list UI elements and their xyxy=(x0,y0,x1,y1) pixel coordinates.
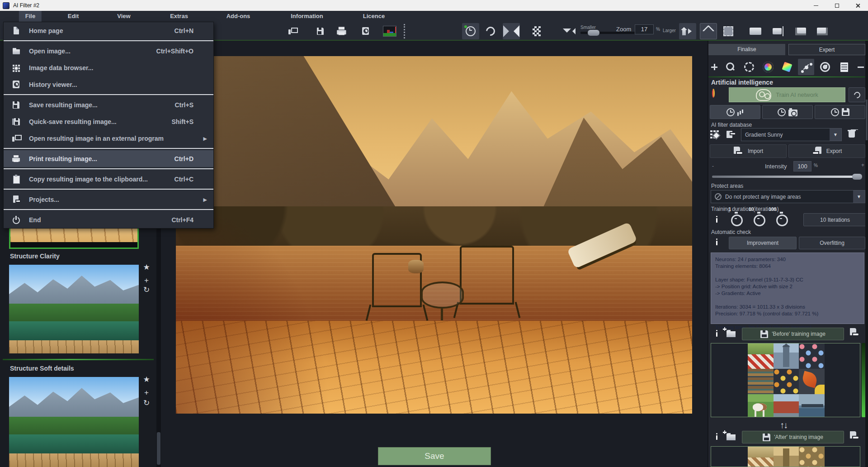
category-search-button[interactable] xyxy=(722,59,738,75)
before-collage-box[interactable] xyxy=(711,343,860,417)
category-aperture-button[interactable] xyxy=(817,59,833,75)
right-panel-scrollbar-handle[interactable] xyxy=(866,100,868,140)
db-select[interactable]: Gradient Sunny ▼ xyxy=(741,128,842,141)
menu-item-save-resulting-image[interactable]: Save resulting image... Ctrl+S xyxy=(4,96,213,113)
menu-view[interactable]: View xyxy=(111,11,137,22)
histogram-icon xyxy=(383,26,396,37)
minimize-button[interactable] xyxy=(806,0,826,11)
right-panel-scrollbar[interactable] xyxy=(865,41,868,467)
menu-addons[interactable]: Add-ons xyxy=(220,11,257,22)
tab-finalise[interactable]: Finalise xyxy=(708,44,785,55)
favorite-star-icon[interactable]: ★ xyxy=(142,375,151,384)
sidebar-scrollbar-handle[interactable] xyxy=(157,432,160,465)
menu-item-open-image[interactable]: Open image... Ctrl+Shift+O xyxy=(4,43,213,59)
edited-photo[interactable] xyxy=(176,56,692,414)
iterations-button[interactable]: 10 Iterations xyxy=(803,213,867,226)
train-ai-network-button[interactable]: Train AI network xyxy=(729,87,845,102)
menu-licence[interactable]: Licence xyxy=(357,11,391,22)
menu-item-open-external[interactable]: Open resulting image in an external prog… xyxy=(4,130,213,147)
redo-button[interactable] xyxy=(482,23,499,39)
checker-button[interactable] xyxy=(528,23,545,39)
overfitting-button[interactable]: Overfitting xyxy=(799,237,865,249)
intensity-input[interactable]: 100 xyxy=(793,161,811,172)
maximize-button[interactable] xyxy=(826,0,847,11)
history-snapshot-toggle[interactable] xyxy=(762,105,813,119)
canvas-width-button[interactable] xyxy=(747,23,764,39)
menu-item-home-page[interactable]: Home page Ctrl+N xyxy=(4,22,213,39)
menu-item-print[interactable]: Print resulting image... Ctrl+D xyxy=(4,150,213,167)
fit-view-icon-2 xyxy=(569,28,576,34)
after-collage-box[interactable] xyxy=(711,446,860,467)
sync-preset-icon[interactable]: ↻ xyxy=(142,285,151,295)
after-training-image-button[interactable]: 'After' training image xyxy=(742,431,844,443)
before-training-image-button[interactable]: 'Before' training image xyxy=(742,328,844,340)
category-colorwheel-button[interactable] xyxy=(760,59,776,75)
thumb-trees xyxy=(9,304,139,323)
history-chart-toggle[interactable] xyxy=(710,105,760,119)
rotate-left-button[interactable] xyxy=(792,23,809,39)
zoom-slider-handle[interactable] xyxy=(588,30,599,36)
intensity-plus[interactable]: + xyxy=(861,162,864,168)
save-button[interactable]: Save xyxy=(378,447,491,465)
tab-expert[interactable]: Expert xyxy=(788,44,865,55)
protect-select-caret[interactable]: ▼ xyxy=(853,191,865,203)
menu-information[interactable]: Information xyxy=(284,11,330,22)
history-rotate-button[interactable] xyxy=(462,23,479,39)
external-program-button[interactable] xyxy=(284,23,301,39)
sync-preset-icon[interactable]: ↻ xyxy=(142,398,151,408)
menu-item-quick-save[interactable]: Quick-save resulting image... Shift+S xyxy=(4,113,213,130)
panorama-view-button[interactable] xyxy=(333,23,350,39)
canvas-height-button[interactable] xyxy=(769,23,787,39)
projector-button[interactable] xyxy=(357,23,374,39)
add-category-button[interactable] xyxy=(708,59,720,75)
menu-item-image-data-browser[interactable]: Image data browser... xyxy=(4,59,213,76)
fit-view-button[interactable] xyxy=(561,23,578,39)
favorite-star-icon[interactable]: ★ xyxy=(142,262,151,272)
enlarge-button[interactable] xyxy=(679,23,696,39)
menu-edit[interactable]: Edit xyxy=(61,11,85,22)
rotate-crop-button[interactable] xyxy=(700,23,717,39)
export-button[interactable]: Export xyxy=(788,144,865,158)
menu-item-end[interactable]: End Ctrl+F4 xyxy=(4,211,213,228)
floppy-icon xyxy=(12,100,21,110)
category-ai-button[interactable] xyxy=(798,59,814,75)
menu-file[interactable]: File xyxy=(19,11,42,22)
preset-thumbnail-2[interactable] xyxy=(9,377,139,467)
histogram-button[interactable] xyxy=(381,23,398,39)
protect-label: Protect areas xyxy=(711,183,743,189)
intensity-minus[interactable]: - xyxy=(712,163,714,169)
add-preset-icon[interactable]: + xyxy=(142,276,151,285)
collage-tile-wood xyxy=(748,369,774,394)
category-colorcube-button[interactable] xyxy=(779,59,795,75)
preset-group-label-1: Structure Clarity xyxy=(10,253,60,260)
category-report-button[interactable] xyxy=(836,59,852,75)
improvement-button[interactable]: Improvement xyxy=(729,237,797,249)
preset-thumbnail-1[interactable] xyxy=(9,265,139,353)
collage-tile-leaf xyxy=(799,369,825,394)
rotate-right-button[interactable] xyxy=(814,23,831,39)
rotate-right-icon xyxy=(817,28,828,35)
thumb-water xyxy=(9,434,139,455)
menu-item-copy-clipboard[interactable]: Copy resulting image to the clipboard...… xyxy=(4,171,213,187)
floppy-small-icon xyxy=(760,330,768,338)
close-button[interactable] xyxy=(847,0,868,11)
train-options-button[interactable] xyxy=(849,87,865,102)
db-select-caret[interactable]: ▼ xyxy=(830,129,841,141)
menu-item-projects[interactable]: Projects... ▶ xyxy=(4,191,213,208)
category-settings-button[interactable] xyxy=(741,59,757,75)
collage-tile-building xyxy=(774,394,799,417)
swap-before-after-icon[interactable]: ↑↓ xyxy=(780,420,787,430)
protect-select[interactable]: Do not protect any image areas ▼ xyxy=(711,190,865,203)
add-preset-icon[interactable]: + xyxy=(142,388,151,397)
export-image-button[interactable] xyxy=(312,23,329,39)
zoom-value-input[interactable]: 17 xyxy=(635,24,654,34)
import-button[interactable]: Import xyxy=(710,144,787,158)
intensity-slider-handle[interactable] xyxy=(852,174,862,180)
flip-horizontal-button[interactable] xyxy=(503,23,520,39)
selection-button[interactable] xyxy=(720,23,737,39)
close-icon xyxy=(855,3,860,8)
history-save-toggle[interactable] xyxy=(815,105,865,119)
retrain-sync-icon[interactable] xyxy=(712,90,715,96)
menu-item-history-viewer[interactable]: History viewer... xyxy=(4,76,213,93)
menu-extras[interactable]: Extras xyxy=(164,11,194,22)
